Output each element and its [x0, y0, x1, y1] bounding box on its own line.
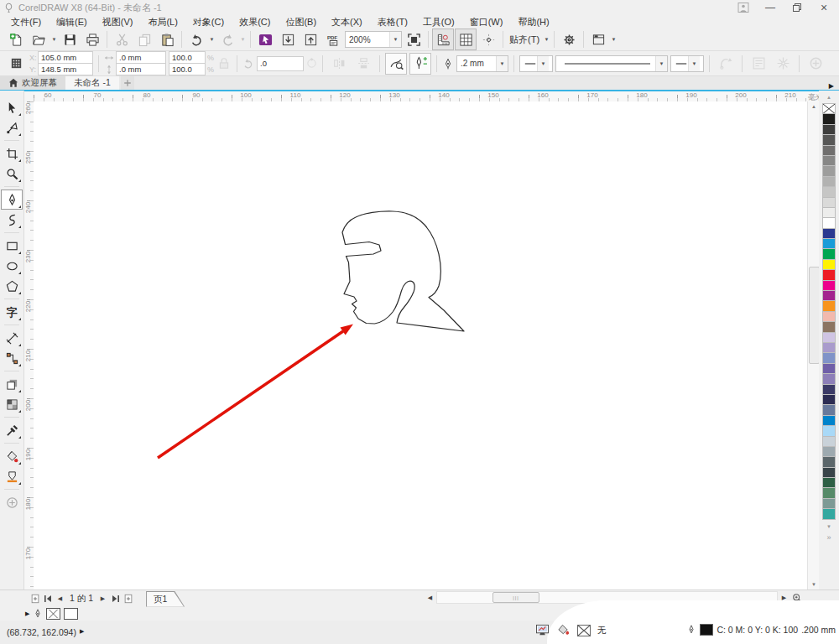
drop-shadow-tool[interactable]: [1, 374, 23, 394]
last-page-button[interactable]: [109, 593, 122, 605]
color-swatch[interactable]: [822, 373, 836, 384]
preview-mode-button[interactable]: [385, 53, 407, 75]
color-swatch[interactable]: [822, 342, 836, 353]
drawing-canvas[interactable]: [34, 101, 807, 589]
color-swatch[interactable]: [822, 425, 836, 436]
color-swatch[interactable]: [822, 321, 836, 332]
paste-button[interactable]: [156, 29, 178, 50]
color-swatch[interactable]: [822, 384, 836, 395]
object-height-input[interactable]: [116, 63, 166, 75]
add-page-start-button[interactable]: [29, 593, 41, 605]
print-button[interactable]: [81, 29, 103, 50]
outline-width-combo[interactable]: .2 mm ▼: [456, 55, 508, 72]
polygon-tool[interactable]: [1, 276, 23, 296]
menu-item[interactable]: 文本(X): [324, 15, 370, 29]
shape-tool[interactable]: [1, 117, 23, 138]
tab-scroll-right-icon[interactable]: ▶: [829, 82, 834, 90]
show-guidelines-toggle[interactable]: [477, 29, 499, 50]
color-swatch[interactable]: [822, 467, 836, 478]
color-swatch[interactable]: [822, 300, 836, 311]
color-swatch[interactable]: [822, 394, 836, 405]
pick-tool[interactable]: [1, 97, 23, 117]
object-width-input[interactable]: [116, 51, 166, 64]
menu-item[interactable]: 文件(F): [3, 15, 49, 29]
fill-icon[interactable]: [556, 624, 571, 636]
rotation-angle-input[interactable]: [257, 56, 304, 71]
color-swatch[interactable]: [822, 290, 836, 301]
open-dropdown[interactable]: ▼: [50, 37, 58, 42]
add-page-end-button[interactable]: [122, 593, 134, 605]
menu-item[interactable]: 布局(L): [140, 15, 185, 29]
open-button[interactable]: [28, 29, 50, 50]
minimize-button[interactable]: —: [763, 2, 777, 13]
swatch-no-color[interactable]: [822, 103, 836, 114]
color-swatch[interactable]: [822, 248, 836, 259]
object-x-input[interactable]: [38, 51, 93, 64]
bspline-tool[interactable]: [1, 210, 23, 230]
feedback-icon[interactable]: [737, 2, 750, 13]
object-y-input[interactable]: [38, 63, 93, 75]
line-style-combo[interactable]: ▼: [555, 55, 668, 72]
color-swatch[interactable]: [822, 415, 836, 426]
color-swatch[interactable]: [822, 508, 836, 519]
scale-x-input[interactable]: [169, 51, 206, 64]
ellipse-tool[interactable]: [1, 256, 23, 276]
connector-tool[interactable]: [1, 348, 23, 368]
show-grid-toggle[interactable]: [455, 29, 477, 50]
window-options-dropdown[interactable]: ▼: [610, 37, 618, 42]
outline-pen-icon[interactable]: [686, 625, 696, 635]
outline-preview-swatch[interactable]: [64, 608, 78, 620]
color-swatch[interactable]: [822, 280, 836, 291]
palette-scroll-up-icon[interactable]: ▲: [821, 92, 836, 102]
hscroll-left-icon[interactable]: ◀: [424, 591, 436, 604]
arrow-end-combo[interactable]: ▼: [670, 55, 704, 72]
scroll-down-icon[interactable]: ▼: [808, 579, 820, 589]
rectangle-tool[interactable]: [1, 236, 23, 256]
color-swatch[interactable]: [822, 217, 836, 228]
scroll-up-icon[interactable]: ▲: [808, 101, 820, 112]
menu-item[interactable]: 帮助(H): [510, 15, 556, 29]
options-gear-button[interactable]: [558, 29, 580, 50]
color-swatch[interactable]: [822, 436, 836, 447]
transparency-tool[interactable]: [1, 394, 23, 414]
color-swatch[interactable]: [822, 155, 836, 166]
color-swatch[interactable]: [822, 176, 836, 187]
menu-item[interactable]: 编辑(E): [49, 15, 95, 29]
horizontal-scrollbar-thumb[interactable]: |||: [492, 592, 539, 603]
color-swatch[interactable]: [822, 259, 836, 270]
menu-item[interactable]: 位图(B): [278, 15, 324, 29]
menu-item[interactable]: 工具(O): [415, 15, 462, 29]
previous-page-button[interactable]: ◀: [54, 593, 66, 605]
smart-fill-tool[interactable]: [1, 466, 23, 486]
fill-preview-swatch[interactable]: [46, 608, 60, 620]
proof-colors-icon[interactable]: [535, 624, 550, 636]
save-button[interactable]: [59, 29, 81, 50]
coords-flyout-icon[interactable]: ▶: [80, 628, 84, 635]
menu-item[interactable]: 表格(T): [370, 15, 415, 29]
interactive-fill-tool[interactable]: [1, 446, 23, 466]
next-page-button[interactable]: ▶: [96, 593, 109, 605]
first-page-button[interactable]: [41, 593, 54, 605]
menu-item[interactable]: 视图(V): [95, 15, 141, 29]
close-button[interactable]: ×: [817, 2, 831, 13]
color-swatch[interactable]: [822, 165, 836, 176]
crop-tool[interactable]: [1, 143, 23, 164]
publish-pdf-button[interactable]: PDF: [322, 29, 344, 50]
menu-item[interactable]: 对象(C): [185, 15, 232, 29]
undo-button[interactable]: [185, 29, 207, 50]
color-swatch[interactable]: [822, 134, 836, 145]
scale-y-input[interactable]: [169, 63, 206, 75]
window-options-button[interactable]: [587, 29, 609, 50]
snap-to-label[interactable]: 贴齐(T): [507, 34, 542, 46]
color-swatch[interactable]: [822, 124, 836, 135]
snap-dropdown[interactable]: ▼: [543, 37, 550, 42]
import-button[interactable]: [277, 29, 299, 50]
flyout-right-icon[interactable]: ▶: [25, 610, 29, 617]
color-swatch[interactable]: [822, 352, 836, 363]
auto-add-nodes-button[interactable]: [409, 53, 431, 75]
palette-expand-icon[interactable]: »: [826, 533, 831, 542]
tab-welcome-screen[interactable]: 欢迎屏幕: [0, 76, 65, 90]
show-rulers-toggle[interactable]: [432, 29, 454, 50]
text-tool[interactable]: 字: [1, 302, 23, 322]
customize-tool[interactable]: [1, 492, 23, 512]
